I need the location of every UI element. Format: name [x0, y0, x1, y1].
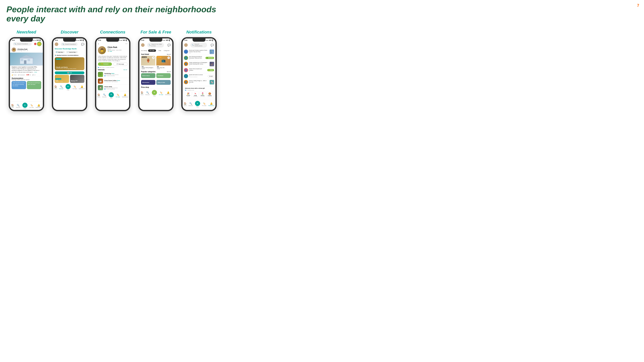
thank-action[interactable]: 👍 Thank [12, 74, 16, 76]
just-listed-see-all[interactable]: See all [167, 53, 171, 55]
gift-candy[interactable]: 🍬 Candy Everlasting [192, 91, 199, 98]
discover-search-bar[interactable]: 🔍 Search Nextdoor [61, 43, 78, 46]
summerplans-card-1: I have my work cut out for me, thinking … [12, 81, 26, 89]
notif-avatar-1: 👤 [184, 49, 188, 54]
cat-baby-kids[interactable]: Baby & kids [156, 80, 171, 85]
nav-discover-c[interactable]: 🔍Discover [102, 93, 106, 97]
nav-forsale-n[interactable]: 🏷️For Sale [202, 102, 206, 106]
nav-discover-d[interactable]: 🔍Discover [59, 85, 64, 89]
comment-action[interactable]: 💬 Comment [18, 74, 25, 76]
nav-forsale-d[interactable]: 🏷️For Sale [72, 85, 77, 89]
nav-post-c[interactable]: +Post [109, 92, 114, 99]
post-button[interactable]: + [22, 103, 28, 108]
nav-forsale-f[interactable]: 🏷️For Sale [159, 91, 163, 95]
listing-card-1[interactable]: 🏺 2 min ago ↗ $25 Antique white pineappl… [141, 56, 155, 70]
chat-icon[interactable]: 💬 [81, 43, 84, 46]
nav-home-c[interactable]: 🏠Home [97, 93, 100, 97]
accept-button[interactable]: Accept [208, 75, 214, 77]
listing-2-name: Retro Sony Tele... [157, 67, 170, 68]
nav-home-d[interactable]: 🏠Home [54, 85, 57, 89]
main-restaurant-card[interactable]: Claude and Marie Contemporary, Fine dini… [55, 57, 84, 70]
nav-home-n[interactable]: 🏠Home [184, 102, 186, 106]
nav-home-f[interactable]: 🏠Home [140, 91, 144, 95]
notifications-search-bar[interactable]: 🔍 Search Notifications [190, 43, 207, 47]
interest-gardening[interactable]: 🌿 Gardening Admin 1.1k connections · San… [96, 71, 129, 78]
post-text-bold: Neighbors come together to assemble PPEs… [12, 66, 37, 68]
summerplans-section: Summerplans Rockridge North's plans for … [10, 76, 43, 90]
cookies-icon: 🍪 [207, 92, 212, 95]
listing-card-2[interactable]: 📺 5 min ago ↗ $80 Retro Sony Tele... 2.5… [156, 56, 171, 70]
cat-furniture[interactable]: Furniture [156, 73, 171, 78]
back-icon[interactable]: ‹ [98, 42, 99, 45]
connect-button[interactable]: 🤝 Connect [98, 62, 112, 66]
nav-post-f[interactable]: +Post [152, 90, 157, 96]
nav-forsale[interactable]: 🏷️For Sale [30, 104, 34, 108]
interest-houseswap[interactable]: 🏠 House Swap 2k connections · San Franci… [96, 84, 129, 91]
interest-coffee-info: Primo Passo Coffee Owner 96 connections … [104, 80, 120, 82]
battery-icon: ▌ [83, 39, 84, 41]
notif-time-seema: 2d [189, 83, 209, 84]
newsfeed-search-bar[interactable]: 🔍 Search Nextdoor [13, 42, 32, 45]
notif-avatar-4: 👤 [184, 68, 188, 72]
tab-categories[interactable]: Categories [164, 50, 170, 51]
gift-confetti[interactable]: 🎉 Confetti No mess [185, 91, 192, 98]
tab-your-listings[interactable]: Your listings [141, 50, 147, 51]
nav-notifications-d[interactable]: 🔔Notifications [79, 85, 85, 89]
user-avatar[interactable]: 😊 [37, 42, 42, 46]
interests-see-all[interactable]: See all › [123, 69, 128, 70]
interest-coffee[interactable]: ☕ Primo Passo Coffee Owner 96 connection… [96, 78, 129, 84]
price-drop-section: Price drop [140, 86, 172, 89]
discover-bottom-nav: 🏠Home 🔍Discover +Post 🏷️For Sale 🔔Notifi… [53, 83, 86, 91]
nav-forsale-label-c: For Sale [116, 96, 120, 97]
nav-notifications-n[interactable]: 🔔Notifications [208, 102, 214, 106]
nav-discover[interactable]: 🔍Discover [16, 104, 20, 108]
nav-notifications-f[interactable]: 🔔Notifications [165, 91, 171, 95]
nav-notifications-c[interactable]: 🔔Notifications [122, 93, 128, 97]
nav-home[interactable]: 🏠Home [11, 104, 14, 108]
nav-forsale-label: For Sale [30, 107, 34, 108]
cat-electronics[interactable]: Electronics [141, 80, 155, 85]
gift-flowers[interactable]: 🌷 Flowers Non-wilting [199, 91, 206, 98]
section-title-connections: Connections [100, 29, 125, 34]
nav-post-n[interactable]: +Post [195, 101, 200, 107]
message-button[interactable]: 💬 Message [113, 62, 128, 66]
vg-sub-text: 17 neighbors sent [186, 90, 194, 91]
read-more-link[interactable]: more [34, 71, 37, 73]
pill-row: 🗺️ Help Map › 💉 Vaccine Map › [53, 50, 86, 54]
welcome-button[interactable]: 🌿 Welcome [206, 57, 214, 59]
nav-post-d[interactable]: +Post [66, 84, 71, 91]
small-restaurant-2[interactable]: Webster Hall Food court [70, 75, 84, 83]
pill-help-map[interactable]: 🗺️ Help Map › [55, 51, 65, 53]
chat-icon[interactable]: 💬 [210, 44, 214, 47]
listing-1-info: $25 Antique white pineapple l... 3.2 mi [141, 65, 155, 70]
section-title-notifications: Notifications [186, 29, 212, 34]
vaccine-icon: 💉 [67, 51, 68, 53]
more-icon[interactable]: ··· [126, 42, 128, 45]
pill-vaccine-map[interactable]: 💉 Vaccine Map › [66, 51, 78, 53]
message-icon: 💬 [116, 63, 118, 65]
visit-button[interactable]: 📅 Visit [55, 71, 84, 74]
popular-see-all[interactable]: See all [167, 71, 171, 72]
wave-button[interactable]: 👋 Wave [207, 69, 214, 71]
gift-cookies[interactable]: 🍪 Cookies Crumb-free [206, 91, 213, 98]
visit-label: Visit [69, 72, 72, 73]
small-restaurant-1[interactable]: Open now Arata Japanese cuisine [55, 75, 69, 83]
forsale-search-placeholder: Search For Sale & Free [151, 43, 162, 47]
nav-notifications[interactable]: 🔔Notifications [36, 104, 42, 108]
nav-forsale-c[interactable]: 🏷️For Sale [116, 93, 120, 97]
post-button-c[interactable]: + [109, 92, 114, 97]
tab-free[interactable]: Free [157, 49, 163, 52]
tab-for-sale[interactable]: For sale [148, 49, 156, 52]
cat-home-decor[interactable]: Home decor [141, 73, 155, 78]
nav-discover-n[interactable]: 🔍Discover [188, 102, 193, 106]
notif-item-5: 👤 Sandra Hart wants to connect 1d 2 mutu… [182, 73, 216, 79]
nav-discover-f[interactable]: 🔍Discover [146, 91, 150, 95]
forsale-search-bar[interactable]: 🔍 Search For Sale & Free [147, 43, 164, 47]
chat-icon[interactable]: 💬 [168, 44, 171, 47]
nav-discover-label-f: Discover [146, 94, 150, 95]
notification-badge[interactable]: 25 [34, 43, 36, 45]
post-button-n[interactable]: + [195, 101, 200, 106]
post-button-d[interactable]: + [66, 84, 71, 89]
post-button-f[interactable]: + [152, 90, 157, 95]
nav-post[interactable]: +Post [22, 103, 28, 109]
